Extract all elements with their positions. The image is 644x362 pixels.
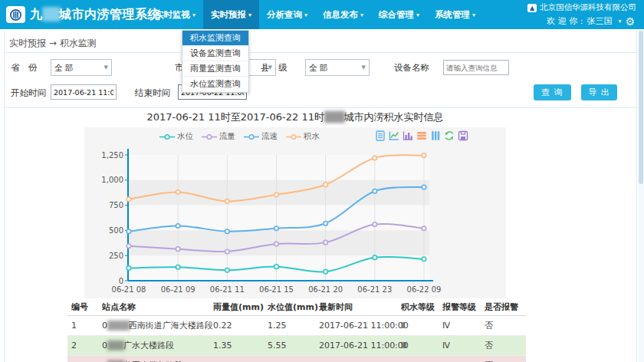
app-title: 九██城市内涝管理系统 <box>30 7 160 23</box>
col-header-2: 雨量值(mm) <box>213 299 264 316</box>
menu-item-3[interactable]: 水位监测查询 <box>182 77 248 92</box>
cell: 5.55 <box>268 336 287 356</box>
cell: Ⅱ <box>401 316 405 336</box>
nav-item-4[interactable]: 综合管理▾ <box>371 0 427 29</box>
app-window: 九██城市内涝管理系统 实时监视▾实时预报▾分析查询▾信息发布▾综合管理▾系统管… <box>0 0 644 362</box>
chevron-down-icon: ▾ <box>360 12 363 18</box>
county-select[interactable]: 全 部 ▼ <box>305 59 370 76</box>
svg-text:06-21 09: 06-21 09 <box>161 285 196 294</box>
export-button[interactable]: 导 出 <box>581 84 617 100</box>
cell: Ⅰ <box>401 356 403 362</box>
cell: 3 <box>71 356 77 362</box>
device-name-label: 设备名称 <box>394 62 429 74</box>
svg-text:500: 500 <box>109 226 123 235</box>
table-row-2[interactable]: 20███广水大楼路段1.355.552017-06-21 11:00:00ⅢⅣ… <box>67 336 526 356</box>
cell: 1.35 <box>213 336 232 356</box>
nav-item-5[interactable]: 系统管理▾ <box>427 0 483 29</box>
user-caret-icon[interactable]: ▾ <box>618 18 621 25</box>
cell: Ⅲ <box>442 356 449 362</box>
province-select[interactable]: 全 部 ▼ <box>51 59 112 76</box>
col-header-1: 站点名称 <box>102 299 136 316</box>
station-table: 编号站点名称雨量值(mm)水位值(mm)最新时间积水等级报警等级是否报警10██… <box>67 299 526 362</box>
cell: 1.25 <box>268 316 287 336</box>
cell: 1 <box>71 316 77 336</box>
start-time-input[interactable] <box>51 84 117 100</box>
table-header-row: 编号站点名称雨量值(mm)水位值(mm)最新时间积水等级报警等级是否报警 <box>67 299 526 316</box>
svg-text:06-21 11: 06-21 11 <box>210 285 245 294</box>
chevron-down-icon: ▾ <box>304 12 307 18</box>
svg-text:06-22 09: 06-22 09 <box>407 285 442 294</box>
nav-item-0[interactable]: 实时监视▾ <box>147 0 203 29</box>
svg-text:1,000: 1,000 <box>101 176 123 184</box>
device-name-input[interactable] <box>443 60 509 75</box>
chart-panel: 水位流量流速积水 02505007501,0001,25006-21 0806-… <box>84 127 506 298</box>
station-name: 0███美王大楼角路段 <box>102 356 182 362</box>
frame-line <box>4 31 5 362</box>
col-header-5: 积水等级 <box>401 299 435 316</box>
company-line: ▲ 北京国信华源科技有限公司 <box>527 2 636 13</box>
gear-icon[interactable]: ⚙ <box>625 16 635 27</box>
svg-text:06-21 15: 06-21 15 <box>259 285 294 294</box>
station-name: 0████西南街道广海大楼路段 <box>102 316 213 336</box>
welcome-line: 欢 迎 你 : 张三国 ▾ ⚙ <box>547 15 635 27</box>
query-button[interactable]: 查 询 <box>534 84 571 100</box>
cell: 2017-06-21 11:00:00 <box>319 356 409 362</box>
chevron-down-icon: ▼ <box>104 60 108 75</box>
menu-item-0[interactable]: 积水监测查询 <box>182 31 248 46</box>
cell: Ⅳ <box>442 316 450 336</box>
chevron-down-icon: ▼ <box>362 60 366 75</box>
cell: 否 <box>485 356 493 362</box>
nav-item-3[interactable]: 信息发布▾ <box>315 0 371 29</box>
breadcrumb: 实时预报 → 积水监测 <box>9 37 97 50</box>
divider <box>5 52 637 53</box>
col-header-3: 水位值(mm) <box>268 299 318 316</box>
water-emblem-icon <box>9 8 22 21</box>
frame-line <box>636 31 637 362</box>
svg-text:750: 750 <box>109 201 123 209</box>
top-navbar: 九██城市内涝管理系统 实时监视▾实时预报▾分析查询▾信息发布▾综合管理▾系统管… <box>0 0 644 29</box>
menu-item-1[interactable]: 设备监测查询 <box>182 46 248 61</box>
nav-item-2[interactable]: 分析查询▾ <box>259 0 315 29</box>
end-time-label: 结束时间 <box>135 87 170 99</box>
county-label: 县 级 <box>261 62 288 74</box>
scrollbar-thumb[interactable] <box>639 31 643 184</box>
station-name: 0███广水大楼路段 <box>102 336 174 356</box>
nav-item-1[interactable]: 实时预报▾ <box>203 0 259 29</box>
start-time-label: 开始时间 <box>11 87 46 99</box>
username[interactable]: 张三国 <box>586 15 612 27</box>
chevron-down-icon: ▾ <box>192 12 196 18</box>
cell: 2.02 <box>268 356 287 362</box>
menu-item-2[interactable]: 雨量监测查询 <box>182 61 248 77</box>
line-chart: 02505007501,0001,25006-21 0806-21 0906-2… <box>84 127 506 298</box>
divider <box>5 107 637 108</box>
cell: Ⅳ <box>442 336 450 356</box>
cell: 0.59 <box>213 356 232 362</box>
chevron-down-icon: ▾ <box>472 12 475 18</box>
company-name: 北京国信华源科技有限公司 <box>540 2 636 13</box>
cell: 否 <box>485 316 493 336</box>
col-header-7: 是否报警 <box>485 299 518 316</box>
cell: 2017-06-21 11:00:00 <box>319 336 409 356</box>
province-label: 省 份 <box>11 62 38 74</box>
welcome-text: 欢 迎 你 : <box>547 15 583 27</box>
county-value: 全 部 <box>309 63 327 72</box>
svg-text:06-21 23: 06-21 23 <box>357 285 392 294</box>
chevron-down-icon: ▾ <box>248 12 251 18</box>
col-header-6: 报警等级 <box>442 299 476 316</box>
cell: 0.22 <box>213 316 232 336</box>
cell: 2 <box>71 336 77 356</box>
app-logo <box>6 6 25 23</box>
company-logo-icon: ▲ <box>527 4 537 12</box>
table-row-1[interactable]: 10████西南街道广海大楼路段0.221.252017-06-21 11:00… <box>67 316 526 336</box>
forecast-dropdown-menu: 积水监测查询设备监测查询雨量监测查询水位监测查询 <box>182 30 249 93</box>
svg-text:250: 250 <box>109 252 123 260</box>
col-header-4: 最新时间 <box>319 299 353 316</box>
main-menu: 实时监视▾实时预报▾分析查询▾信息发布▾综合管理▾系统管理▾ <box>147 0 483 29</box>
svg-text:0: 0 <box>119 277 123 285</box>
cell: 2017-06-21 11:00:00 <box>319 316 409 336</box>
chevron-down-icon: ▾ <box>416 12 419 18</box>
province-value: 全 部 <box>54 63 73 72</box>
svg-text:06-21 20: 06-21 20 <box>308 285 343 294</box>
table-row-3[interactable]: 30███美王大楼角路段0.592.022017-06-21 11:00:00Ⅰ… <box>67 356 526 362</box>
cell: 否 <box>485 336 493 356</box>
